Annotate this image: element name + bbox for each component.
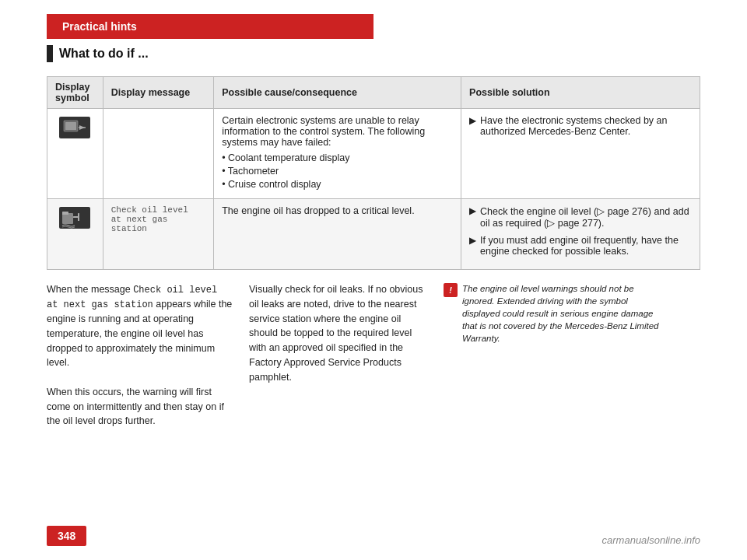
arrow-icon-2a: ▶ xyxy=(469,206,475,216)
watermark: carmanualsonline.info xyxy=(602,534,700,546)
bottom-center-text: Visually check for oil leaks. If no obvi… xyxy=(249,282,428,384)
cause-intro-1: Certain electronic systems are unable to… xyxy=(222,115,425,148)
main-table: Display symbol Display message Possible … xyxy=(47,76,700,270)
cause-bullets-1: Coolant temperature display Tachometer C… xyxy=(222,152,453,190)
col-header-cause: Possible cause/consequence xyxy=(214,77,461,109)
bullet-item: Cruise control display xyxy=(222,179,453,190)
bottom-left: When the message Check oil level at next… xyxy=(47,282,233,429)
warning-text: The engine oil level warnings should not… xyxy=(462,282,661,345)
section-title-bar xyxy=(47,45,53,62)
symbol-cell-engine xyxy=(47,109,103,199)
svg-rect-9 xyxy=(78,213,79,221)
arrow-icon-1: ▶ xyxy=(469,116,475,126)
code-text-1: Check oil level at next gas station xyxy=(47,285,217,310)
svg-rect-2 xyxy=(65,122,76,130)
svg-rect-7 xyxy=(62,212,68,215)
table-row: Certain electronic systems are unable to… xyxy=(47,109,700,199)
arrow-icon-2b: ▶ xyxy=(469,236,475,246)
oil-level-icon xyxy=(58,205,92,230)
bottom-section: When the message Check oil level at next… xyxy=(47,282,700,429)
section-title: What to do if ... xyxy=(47,45,747,62)
warning-icon: ! xyxy=(444,283,458,297)
bottom-right: ! The engine oil level warnings should n… xyxy=(444,282,661,429)
engine-icon xyxy=(58,115,92,140)
page-number: 348 xyxy=(47,526,86,546)
col-header-solution: Possible solution xyxy=(461,77,700,109)
message-cell-2: Check oil levelat next gas station xyxy=(103,199,213,270)
cause-cell-1: Certain electronic systems are unable to… xyxy=(214,109,461,199)
solution-text-1: Have the electronic systems checked by a… xyxy=(480,115,692,137)
cause-cell-2: The engine oil has dropped to a critical… xyxy=(214,199,461,270)
bottom-center: Visually check for oil leaks. If no obvi… xyxy=(249,282,428,429)
cause-intro-2: The engine oil has dropped to a critical… xyxy=(222,205,414,216)
bullet-item: Coolant temperature display xyxy=(222,152,453,163)
solution-text-2b: If you must add engine oil frequently, h… xyxy=(480,235,692,257)
table-row: Check oil levelat next gas station The e… xyxy=(47,199,700,270)
col-header-symbol: Display symbol xyxy=(47,77,103,109)
warning-block: ! The engine oil level warnings should n… xyxy=(444,282,661,345)
bottom-left-p1: When the message Check oil level at next… xyxy=(47,282,233,370)
solution-item-2b: ▶ If you must add engine oil frequently,… xyxy=(469,235,692,257)
solution-item-2a: ▶ Check the engine oil level (▷ page 276… xyxy=(469,205,692,229)
bottom-left-p2: When this occurs, the warning will first… xyxy=(47,385,233,429)
solution-cell-1: ▶ Have the electronic systems checked by… xyxy=(461,109,700,199)
solution-item-1: ▶ Have the electronic systems checked by… xyxy=(469,115,692,137)
message-cell-1 xyxy=(103,109,213,199)
header-title: Practical hints xyxy=(47,14,374,39)
col-header-message: Display message xyxy=(103,77,213,109)
bullet-item: Tachometer xyxy=(222,166,453,177)
solution-cell-2: ▶ Check the engine oil level (▷ page 276… xyxy=(461,199,700,270)
svg-rect-6 xyxy=(62,213,73,224)
symbol-cell-oil xyxy=(47,199,103,270)
section-title-text: What to do if ... xyxy=(59,47,149,61)
solution-text-2a: Check the engine oil level (▷ page 276) … xyxy=(480,205,692,229)
